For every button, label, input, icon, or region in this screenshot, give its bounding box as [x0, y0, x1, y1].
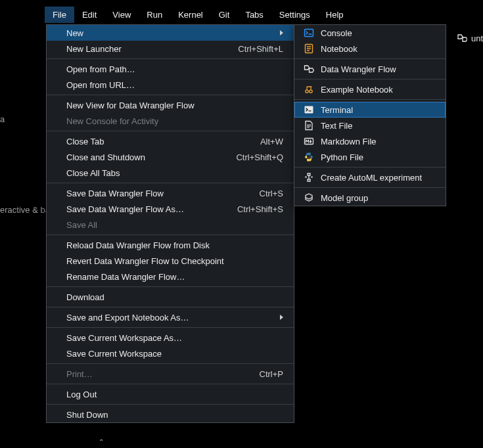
- automl-icon: [304, 172, 314, 183]
- menu-item[interactable]: Revert Data Wrangler Flow to Checkpoint: [47, 253, 294, 269]
- menu-item[interactable]: Close TabAlt+W: [47, 133, 294, 149]
- menu-separator: [47, 286, 294, 287]
- bg-text: a: [0, 114, 5, 124]
- menu-item: Print…Ctrl+P: [47, 366, 294, 382]
- menu-separator: [47, 58, 294, 59]
- menu-item-label: New Launcher: [66, 44, 122, 54]
- menu-separator: [47, 307, 294, 307]
- menu-item[interactable]: Close All Tabs: [47, 165, 294, 181]
- menubar-item-view[interactable]: View: [104, 7, 139, 23]
- menu-item[interactable]: Save Current Workspace As…: [47, 330, 294, 346]
- menu-item-label: Shut Down: [66, 410, 108, 420]
- menu-separator: [294, 167, 446, 168]
- menu-item-label: New Console for Activity: [66, 116, 158, 126]
- menu-item[interactable]: Open from URL…: [47, 77, 294, 93]
- menu-shortcut: Ctrl+S: [260, 189, 283, 198]
- bg-text: eractive & ba: [0, 205, 50, 215]
- menu-separator: [294, 58, 446, 59]
- menu-item[interactable]: Close and ShutdownCtrl+Shift+Q: [47, 149, 294, 165]
- menu-item[interactable]: New View for Data Wrangler Flow: [47, 97, 294, 113]
- menu-separator: [294, 187, 446, 188]
- tab-label[interactable]: unt: [471, 34, 483, 43]
- menubar-item-edit[interactable]: Edit: [74, 7, 104, 23]
- submenu-item-label: Data Wrangler Flow: [321, 64, 396, 74]
- menubar-item-help[interactable]: Help: [318, 7, 352, 23]
- menu-item-label: Download: [66, 292, 104, 302]
- menu-item-label: Save All: [66, 220, 97, 230]
- submenu-item-label: Console: [321, 28, 352, 38]
- menu-item-label: Save and Export Notebook As…: [66, 313, 189, 323]
- submenu-item-label: Python File: [321, 152, 363, 162]
- menu-separator: [47, 327, 294, 328]
- menu-item-label: Save Data Wrangler Flow: [66, 189, 164, 198]
- menubar-item-run[interactable]: Run: [139, 7, 170, 23]
- submenu-item[interactable]: Create AutoML experiment: [294, 169, 446, 185]
- chevron-up-icon: ⌃: [99, 438, 104, 445]
- menu-item-label: Close All Tabs: [66, 168, 120, 178]
- submenu-item[interactable]: Terminal: [294, 102, 446, 118]
- svg-point-2: [306, 90, 308, 93]
- menu-item-label: Log Out: [66, 390, 97, 399]
- submenu-item[interactable]: Text File: [294, 118, 446, 133]
- submenu-item[interactable]: Example Notebook: [294, 81, 446, 97]
- svg-rect-0: [305, 30, 313, 37]
- terminal-icon: [304, 104, 314, 115]
- submenu-item[interactable]: Notebook: [294, 41, 446, 56]
- menu-separator: [47, 235, 294, 235]
- menu-shortcut: Ctrl+Shift+S: [237, 204, 283, 214]
- notebook-icon: [304, 43, 314, 54]
- menu-item: Save All: [47, 217, 294, 233]
- menu-item[interactable]: Reload Data Wrangler Flow from Disk: [47, 237, 294, 253]
- console-icon: [304, 28, 314, 38]
- menu-item-label: Open from Path…: [66, 64, 135, 74]
- menu-separator: [47, 404, 294, 405]
- menubar-item-tabs[interactable]: Tabs: [237, 7, 271, 23]
- menu-item-label: Rename Data Wrangler Flow…: [66, 272, 185, 282]
- submenu-item-label: Create AutoML experiment: [321, 173, 422, 183]
- menubar-item-kernel[interactable]: Kernel: [170, 7, 211, 23]
- menu-item-label: Reload Data Wrangler Flow from Disk: [66, 240, 210, 250]
- menubar-item-settings[interactable]: Settings: [271, 7, 318, 23]
- menu-item[interactable]: Download: [47, 289, 294, 305]
- menu-item[interactable]: Save Current Workspace: [47, 346, 294, 361]
- menu-item-label: Print…: [66, 369, 93, 379]
- menu-separator: [47, 183, 294, 183]
- menubar-item-git[interactable]: Git: [211, 7, 238, 23]
- menu-separator: [294, 99, 446, 100]
- menu-separator: [47, 363, 294, 364]
- submenu-item-label: Markdown File: [321, 137, 377, 146]
- chevron-right-icon: [280, 30, 283, 35]
- submenu-item-label: Model group: [321, 193, 368, 203]
- menu-item-label: Save Data Wrangler Flow As…: [66, 204, 184, 214]
- menu-item[interactable]: New: [47, 25, 294, 41]
- new-submenu: ConsoleNotebookData Wrangler FlowExample…: [294, 24, 446, 206]
- menu-item[interactable]: New LauncherCtrl+Shift+L: [47, 41, 294, 56]
- menu-item[interactable]: Log Out: [47, 386, 294, 402]
- submenu-item-label: Notebook: [321, 44, 357, 54]
- submenu-item-label: Example Notebook: [321, 85, 393, 95]
- menu-item[interactable]: Shut Down: [47, 407, 294, 422]
- menu-item-label: Close Tab: [66, 137, 104, 146]
- menu-separator: [47, 131, 294, 131]
- menu-item: New Console for Activity: [47, 113, 294, 129]
- menu-shortcut: Ctrl+Shift+L: [238, 44, 283, 54]
- text-file-icon: [304, 120, 314, 131]
- model-group-icon: [304, 192, 314, 203]
- menu-item-label: Save Current Workspace As…: [66, 333, 182, 343]
- submenu-item[interactable]: Model group: [294, 190, 446, 206]
- menu-separator: [47, 95, 294, 95]
- menu-shortcut: Alt+W: [260, 137, 283, 146]
- menubar-item-file[interactable]: File: [45, 7, 74, 23]
- menu-item[interactable]: Open from Path…: [47, 61, 294, 77]
- submenu-item[interactable]: Console: [294, 25, 446, 41]
- menu-separator: [294, 79, 446, 79]
- menu-item-label: New View for Data Wrangler Flow: [66, 101, 195, 110]
- submenu-item[interactable]: Data Wrangler Flow: [294, 61, 446, 77]
- submenu-item[interactable]: Markdown File: [294, 133, 446, 149]
- menu-item[interactable]: Save Data Wrangler Flow As…Ctrl+Shift+S: [47, 201, 294, 217]
- menu-item[interactable]: Rename Data Wrangler Flow…: [47, 269, 294, 284]
- chevron-right-icon: [280, 315, 283, 320]
- submenu-item[interactable]: Python File: [294, 149, 446, 165]
- menu-item[interactable]: Save and Export Notebook As…: [47, 309, 294, 325]
- menu-item[interactable]: Save Data Wrangler FlowCtrl+S: [47, 185, 294, 201]
